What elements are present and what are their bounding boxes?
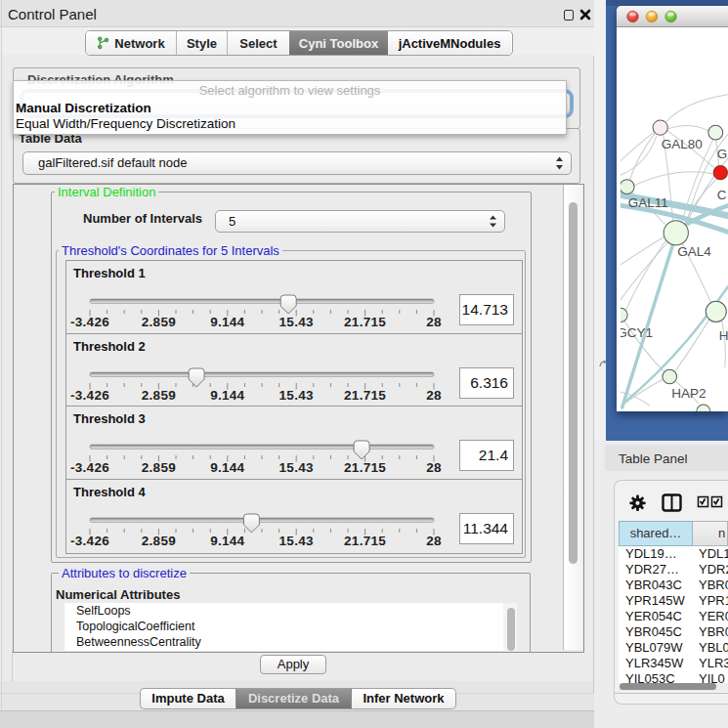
svg-text:G.: G. [716,146,728,160]
svg-text:GCY1: GCY1 [621,324,653,339]
svg-text:GAL11: GAL11 [627,195,667,210]
svg-text:H: H [718,327,728,342]
svg-text:GAL4: GAL4 [677,243,711,258]
svg-text:C: C [716,187,726,201]
svg-text:GAL80: GAL80 [661,136,702,150]
svg-text:HAP2: HAP2 [671,385,706,400]
